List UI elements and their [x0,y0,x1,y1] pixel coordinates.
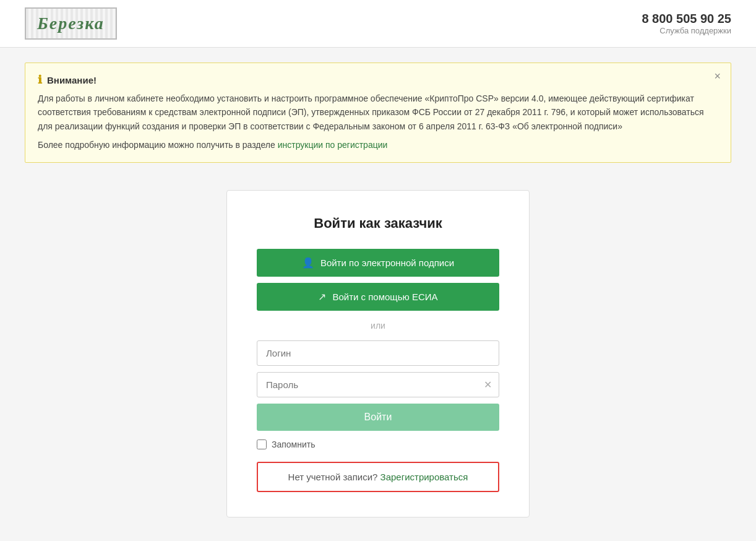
no-account-text: Нет учетной записи? [288,472,378,482]
alert-body2: Более подробную информацию можно получит… [38,138,718,152]
esia-button-label: Войти с помощью ЕСИА [332,292,437,302]
support-label: Служба поддержки [642,26,731,35]
esia-login-button[interactable]: ↗ Войти с помощью ЕСИА [257,283,499,311]
password-wrapper: ✕ [257,372,499,397]
login-input[interactable] [257,340,499,366]
login-wrapper: Войти как заказчик 👤 Войти по электронно… [0,178,756,541]
ep-icon: 👤 [302,257,314,269]
header: Березка 8 800 505 90 25 Служба поддержки [0,0,756,48]
remember-label[interactable]: Запомнить [272,439,316,449]
ep-login-button[interactable]: 👤 Войти по электронной подписи [257,249,499,277]
alert-banner: ℹ Внимание! Для работы в личном кабинете… [25,63,731,163]
registration-instructions-link[interactable]: инструкции по регистрации [278,140,388,150]
register-link[interactable]: Зарегистрироваться [380,472,468,482]
register-box: Нет учетной записи? Зарегистрироваться [257,462,499,492]
login-title: Войти как заказчик [257,215,499,232]
login-button[interactable]: Войти [257,404,499,431]
logo-text: Березка [37,14,105,33]
remember-row: Запомнить [257,439,499,449]
warning-icon: ℹ [38,73,42,87]
toggle-password-icon[interactable]: ✕ [484,379,492,391]
ep-button-label: Войти по электронной подписи [320,258,454,268]
phone-number: 8 800 505 90 25 [642,12,731,26]
header-contact: 8 800 505 90 25 Служба поддержки [642,12,731,35]
alert-close-button[interactable]: × [714,71,721,82]
or-divider: или [257,321,499,331]
login-card: Войти как заказчик 👤 Войти по электронно… [226,190,530,517]
esia-icon: ↗ [318,291,326,303]
password-input[interactable] [257,372,499,397]
alert-title: ℹ Внимание! [38,73,718,87]
alert-title-text: Внимание! [47,75,97,85]
logo: Березка [25,7,117,40]
remember-checkbox[interactable] [257,439,267,449]
alert-body1: Для работы в личном кабинете необходимо … [38,92,718,133]
